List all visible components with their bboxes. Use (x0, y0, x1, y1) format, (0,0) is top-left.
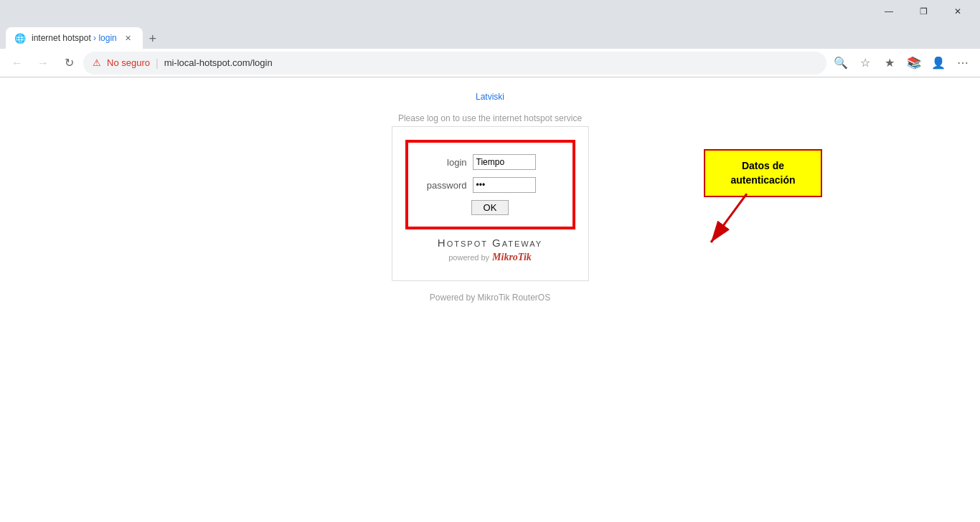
toolbar-icons: 🔍 ☆ ★ 📚 👤 ⋯ (829, 52, 974, 75)
browser-chrome: — ❐ ✕ 🌐 internet hotspot › login ✕ + ← →… (0, 0, 980, 77)
security-text: No seguro (107, 57, 150, 68)
security-warning-icon: ⚠ (93, 57, 101, 68)
tab-title: internet hotspot › login (32, 33, 117, 43)
password-input[interactable] (473, 177, 536, 193)
powered-line: powered by MikroTik (407, 252, 574, 263)
toolbar: ← → ↻ ⚠ No seguro | mi-local-hotspot.com… (0, 49, 980, 77)
window-controls: — ❐ ✕ (872, 0, 974, 23)
mikrotik-logo: MikroTik (492, 252, 532, 263)
maximize-button[interactable]: ❐ (907, 0, 940, 23)
tab-favicon: 🌐 (14, 33, 26, 44)
tab-bar: 🌐 internet hotspot › login ✕ + (0, 23, 980, 49)
tab-close-button[interactable]: ✕ (123, 32, 134, 44)
annotation-container: Datos de autenticación (704, 149, 822, 197)
address-separator: | (156, 57, 159, 69)
new-tab-button[interactable]: + (143, 29, 163, 49)
minimize-button[interactable]: — (872, 0, 905, 23)
svg-line-1 (711, 194, 747, 242)
url-display: mi-local-hotspot.com/login (164, 57, 273, 68)
login-form-box: login password OK (407, 141, 574, 228)
reload-button[interactable]: ↻ (57, 52, 80, 75)
title-bar: — ❐ ✕ (0, 0, 980, 23)
forward-button[interactable]: → (32, 52, 55, 75)
annotation-tooltip: Datos de autenticación (704, 149, 822, 197)
password-row: password (417, 177, 564, 193)
annotation-arrow (704, 194, 776, 251)
footer-text: Powered by MikroTik RouterOS (430, 293, 550, 303)
close-button[interactable]: ✕ (941, 0, 974, 23)
profile-button[interactable]: 👤 (927, 52, 950, 75)
login-label: login (417, 157, 467, 168)
page-content: Latviski Please log on to use the intern… (0, 77, 980, 522)
language-link[interactable]: Latviski (476, 92, 504, 102)
address-bar[interactable]: ⚠ No seguro | mi-local-hotspot.com/login (83, 52, 826, 75)
menu-button[interactable]: ⋯ (951, 52, 974, 75)
ok-button[interactable]: OK (471, 200, 509, 215)
password-label: password (417, 180, 467, 191)
subtitle-text: Please log on to use the internet hotspo… (398, 113, 582, 123)
collections-button[interactable]: 📚 (903, 52, 925, 75)
hotspot-title: Hotspot Gateway (407, 237, 574, 249)
login-row: login (417, 154, 564, 170)
ok-row: OK (417, 200, 564, 215)
bookmark-button[interactable]: ☆ (854, 52, 877, 75)
favorites-button[interactable]: ★ (878, 52, 901, 75)
active-tab[interactable]: 🌐 internet hotspot › login ✕ (6, 27, 143, 49)
back-button[interactable]: ← (6, 52, 29, 75)
search-button[interactable]: 🔍 (829, 52, 852, 75)
login-input[interactable] (473, 154, 536, 170)
login-card: login password OK Hotspot Gateway powere… (392, 126, 589, 281)
hotspot-footer: Hotspot Gateway powered by MikroTik (407, 228, 574, 263)
powered-by-text: powered by (448, 253, 489, 262)
